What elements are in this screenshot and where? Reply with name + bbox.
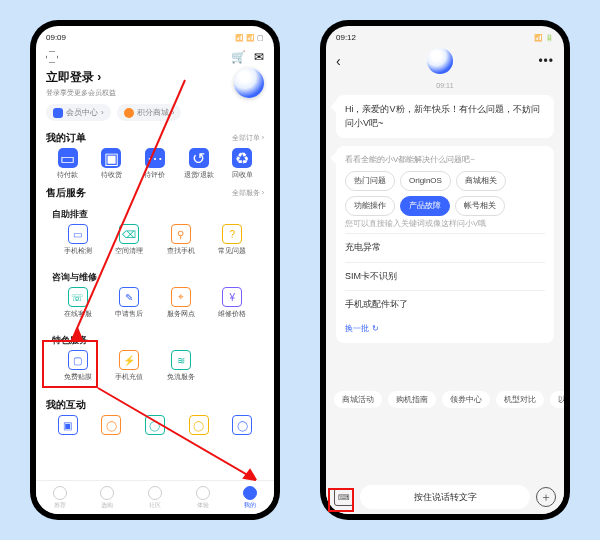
status-icons: 📶📶▢ xyxy=(233,33,264,42)
clean-icon: ⌫ xyxy=(119,224,139,244)
svc-faq[interactable]: ?常见问题 xyxy=(207,224,259,256)
quick-activity[interactable]: 商城活动 xyxy=(334,391,382,408)
pill-points-mall[interactable]: 积分商城 › xyxy=(117,104,182,121)
svc-apply-aftersale[interactable]: ✎申请售后 xyxy=(104,287,156,319)
chip-account[interactable]: 帐号相关 xyxy=(455,196,505,216)
svc-find-phone[interactable]: ⚲查找手机 xyxy=(155,224,207,256)
login-block[interactable]: 立即登录 › 登录享受更多会员权益 xyxy=(46,69,116,98)
order-refund[interactable]: ↺退货/退款 xyxy=(177,148,221,180)
pill-member-center[interactable]: 会员中心 › xyxy=(46,104,111,121)
message-icon[interactable]: ✉ xyxy=(254,50,264,64)
svc-clean[interactable]: ⌫空间清理 xyxy=(104,224,156,256)
settings-hex-icon[interactable] xyxy=(46,51,58,63)
heart-icon xyxy=(53,486,67,500)
chat-icon: ⋯ xyxy=(145,148,165,168)
aftersale-more[interactable]: 全部服务 › xyxy=(232,188,264,198)
cart-icon[interactable]: 🛒 xyxy=(231,50,246,64)
price-icon: ¥ xyxy=(222,287,242,307)
svc-phone-check[interactable]: ▭手机检测 xyxy=(52,224,104,256)
order-recycle[interactable]: ♻回收单 xyxy=(220,148,264,180)
chip-hot[interactable]: 热门问题 xyxy=(345,171,395,191)
suggestion-hint: 您可以直接输入关键词或像这样问小V哦 xyxy=(345,218,545,229)
interact-icon: ◯ xyxy=(145,415,165,435)
nav-mine[interactable]: 我的 xyxy=(243,486,257,510)
interact-icon: ◯ xyxy=(189,415,209,435)
chip-function[interactable]: 功能操作 xyxy=(345,196,395,216)
svc-film[interactable]: ▢免费贴膜 xyxy=(52,350,104,382)
sugg-charge[interactable]: 充电异常 xyxy=(345,233,545,262)
svc-repair-price[interactable]: ¥维修价格 xyxy=(207,287,259,319)
faq-icon: ? xyxy=(222,224,242,244)
orders-title: 我的订单 xyxy=(46,131,86,145)
order-pending-receive[interactable]: ▣待收货 xyxy=(90,148,134,180)
experience-icon xyxy=(196,486,210,500)
selfcheck-title: 自助排查 xyxy=(52,209,258,221)
refresh-button[interactable]: 换一批↻ xyxy=(345,323,545,335)
nav-community[interactable]: 社区 xyxy=(148,486,162,510)
chip-fault[interactable]: 产品故障 xyxy=(400,196,450,216)
flow-icon: ≋ xyxy=(171,350,191,370)
refresh-icon: ↻ xyxy=(372,323,379,335)
recycle-icon: ♻ xyxy=(232,148,252,168)
phone-profile: 09:09 📶📶▢ 🛒 ✉ 立即登录 › 登录享受更多会员权益 会员中心 › xyxy=(30,20,280,520)
status-bar: 09:09 📶📶▢ xyxy=(36,28,274,46)
order-pending-pay[interactable]: ▭待付款 xyxy=(46,148,90,180)
locate-icon: ⚲ xyxy=(171,224,191,244)
special-title: 特色服务 xyxy=(52,335,258,347)
location-icon: ⌖ xyxy=(171,287,191,307)
interact-3[interactable]: ◯ xyxy=(133,415,177,435)
aftersale-title: 售后服务 xyxy=(46,186,86,200)
chip-mall[interactable]: 商城相关 xyxy=(456,171,506,191)
input-bar: ⌨ 按住说话转文字 ＋ xyxy=(326,480,564,514)
status-icons: 📶🔋 xyxy=(532,33,554,42)
svc-service-center[interactable]: ⌖服务网点 xyxy=(155,287,207,319)
refund-icon: ↺ xyxy=(189,148,209,168)
consult-title: 咨询与维修 xyxy=(52,272,258,284)
orders-more[interactable]: 全部订单 › xyxy=(232,133,264,143)
sugg-sim[interactable]: SIM卡不识别 xyxy=(345,262,545,291)
interact-icon: ◯ xyxy=(101,415,121,435)
quick-more[interactable]: 以 xyxy=(550,391,564,408)
greeting-bubble: Hi，亲爱的V粉，新年快乐！有什么问题，不妨问问小V吧~ xyxy=(336,95,554,138)
phone-chat: 09:12 📶🔋 ‹ ••• 09:11 Hi，亲爱的V粉，新年快乐！有什么问题… xyxy=(320,20,570,520)
quick-guide[interactable]: 购机指南 xyxy=(388,391,436,408)
points-badge-icon xyxy=(124,108,134,118)
interact-icon: ▣ xyxy=(58,415,78,435)
nav-recommend[interactable]: 推荐 xyxy=(53,486,67,510)
sugg-broken[interactable]: 手机或配件坏了 xyxy=(345,290,545,319)
chip-originos[interactable]: OriginOS xyxy=(400,171,451,191)
keyboard-icon[interactable]: ⌨ xyxy=(334,488,354,506)
headset-icon: ☏ xyxy=(68,287,88,307)
quick-coupon[interactable]: 领券中心 xyxy=(442,391,490,408)
shop-icon xyxy=(100,486,114,500)
film-icon: ▢ xyxy=(68,350,88,370)
status-time: 09:12 xyxy=(336,33,356,42)
svc-online-support[interactable]: ☏在线客服 xyxy=(52,287,104,319)
plus-button[interactable]: ＋ xyxy=(536,487,556,507)
svc-recharge[interactable]: ⚡手机充值 xyxy=(104,350,156,382)
svc-freeflow[interactable]: ≋免流服务 xyxy=(155,350,207,382)
member-badge-icon xyxy=(53,108,63,118)
quick-compare[interactable]: 机型对比 xyxy=(496,391,544,408)
voice-input-button[interactable]: 按住说话转文字 xyxy=(360,485,530,509)
interact-4[interactable]: ◯ xyxy=(177,415,221,435)
wallet-icon: ▭ xyxy=(58,148,78,168)
interact-1[interactable]: ▣ xyxy=(46,415,90,435)
nav-shop[interactable]: 选购 xyxy=(100,486,114,510)
interact-2[interactable]: ◯ xyxy=(90,415,134,435)
form-icon: ✎ xyxy=(119,287,139,307)
community-icon xyxy=(148,486,162,500)
bottom-nav: 推荐 选购 社区 体验 我的 xyxy=(36,480,274,514)
interact-5[interactable]: ◯ xyxy=(220,415,264,435)
avatar[interactable] xyxy=(234,68,264,98)
more-button[interactable]: ••• xyxy=(538,54,554,68)
back-button[interactable]: ‹ xyxy=(336,53,341,69)
box-icon: ▣ xyxy=(101,148,121,168)
nav-experience[interactable]: 体验 xyxy=(196,486,210,510)
login-subtitle: 登录享受更多会员权益 xyxy=(46,88,116,98)
interact-icon: ◯ xyxy=(232,415,252,435)
help-bubble: 看看全能的小V都能解决什么问题吧~ 热门问题 OriginOS 商城相关 功能操… xyxy=(336,146,554,343)
chat-timestamp: 09:11 xyxy=(326,82,564,89)
help-title: 看看全能的小V都能解决什么问题吧~ xyxy=(345,154,545,166)
order-pending-review[interactable]: ⋯待评价 xyxy=(133,148,177,180)
